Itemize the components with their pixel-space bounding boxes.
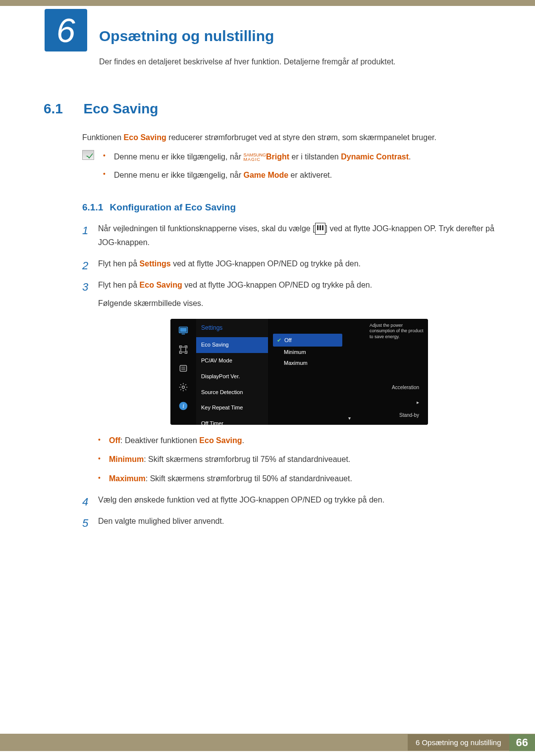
- osd-menu-item: PC/AV Mode: [196, 353, 268, 369]
- step-item: 4 Vælg den ønskede funktion ved at flytt…: [82, 493, 500, 507]
- osd-menu-item: Eco Saving: [196, 337, 268, 353]
- osd-screenshot: i Settings Eco Saving PC/AV Mode Display…: [170, 319, 428, 425]
- top-accent-bar: [0, 0, 535, 6]
- osd-options: Adjust the power consumption of the prod…: [268, 319, 428, 425]
- gear-icon: [176, 381, 190, 393]
- info-icon: i: [176, 400, 190, 412]
- step-item: 5 Den valgte mulighed bliver anvendt.: [82, 514, 500, 529]
- chapter-number: 6: [56, 11, 75, 50]
- note-item: Denne menu er ikke tilgængelig, når SAMS…: [103, 150, 411, 163]
- section-title: Eco Saving: [83, 101, 158, 116]
- list-item: Maximum: Skift skærmens strømforbrug til…: [98, 472, 500, 486]
- subsection-title: Konfiguration af Eco Saving: [110, 202, 236, 212]
- chevron-down-icon: ▾: [348, 414, 351, 423]
- check-icon: ✔: [277, 335, 281, 346]
- steps-list: 1 Når vejledningen til funktionsknappern…: [82, 222, 500, 529]
- step-item: 1 Når vejledningen til funktionsknappern…: [82, 222, 500, 251]
- intro-paragraph: Funktionen Eco Saving reducerer strømfor…: [82, 131, 500, 144]
- osd-help-text: Adjust the power consumption of the prod…: [370, 323, 424, 340]
- list-item: Off: Deaktiver funktionen Eco Saving.: [98, 434, 500, 448]
- osd-option: Minimum: [277, 347, 428, 357]
- chapter-title: Opsætning og nulstilling: [99, 28, 535, 45]
- osd-option: Maximum: [277, 357, 428, 368]
- svg-rect-2: [182, 333, 185, 334]
- osd-value: Stand-by: [399, 411, 419, 420]
- samsung-magic-logo: SAMSUNGMAGIC: [243, 153, 266, 162]
- osd-menu-item: DisplayPort Ver.: [196, 369, 268, 385]
- chapter-subtitle: Der findes en detaljeret beskrivelse af …: [99, 57, 535, 66]
- osd-option: ✔Off: [273, 334, 342, 347]
- list-item: Minimum: Skift skærmens strømforbrug til…: [98, 453, 500, 467]
- chapter-number-box: 6: [45, 9, 87, 51]
- note-icon: [82, 150, 94, 160]
- resize-icon: [176, 344, 190, 355]
- osd-menu: Settings Eco Saving PC/AV Mode DisplayPo…: [196, 319, 268, 425]
- section-number: 6.1: [44, 101, 81, 117]
- step-item: 2 Flyt hen på Settings ved at flytte JOG…: [82, 257, 500, 271]
- osd-value: Acceleration: [392, 383, 419, 392]
- osd-menu-item: Source Detection: [196, 385, 268, 401]
- note-box: Denne menu er ikke tilgængelig, når SAMS…: [82, 150, 500, 187]
- note-item: Denne menu er ikke tilgængelig, når Game…: [103, 168, 411, 182]
- menu-icon: [315, 223, 325, 235]
- svg-text:i: i: [182, 403, 184, 409]
- osd-menu-item: Off Timer: [196, 416, 268, 424]
- osd-sidebar: i: [170, 319, 196, 425]
- osd-menu-title: Settings: [196, 319, 268, 338]
- svg-rect-3: [181, 347, 186, 352]
- chevron-right-icon: ▸: [417, 398, 419, 407]
- subsection-number: 6.1.1: [82, 202, 103, 212]
- step-item: 3 Flyt hen på Eco Saving ved at flytte J…: [82, 278, 500, 486]
- note-list: Denne menu er ikke tilgængelig, når SAMS…: [103, 150, 411, 187]
- list-icon: [176, 362, 190, 374]
- svg-rect-1: [180, 328, 186, 332]
- option-description-list: Off: Deaktiver funktionen Eco Saving. Mi…: [98, 434, 500, 486]
- svg-point-8: [182, 386, 185, 388]
- osd-menu-item: Key Repeat Time: [196, 400, 268, 416]
- monitor-icon: [176, 325, 190, 337]
